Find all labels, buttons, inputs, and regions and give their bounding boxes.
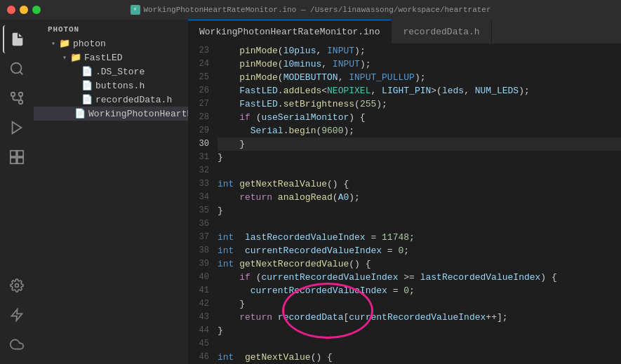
tree-item-label: recordedData.h (95, 95, 172, 105)
code-line: FastLED.addLeds<NEOPIXEL, LIGHT_PIN>(led… (218, 84, 621, 97)
line-number: 37 (194, 231, 209, 244)
expand-arrow-icon: ▾ (48, 38, 59, 49)
debug-icon[interactable] (3, 114, 31, 142)
file-icon: 📄 (81, 94, 93, 105)
titlebar-filename: WorkingPhotonHeartRateMonitor.ino — /Use… (143, 6, 490, 14)
line-number: 31 (194, 151, 209, 164)
file-type-icon: ⚡ (130, 5, 140, 15)
line-number: 43 (194, 311, 209, 324)
code-line: FastLED.setBrightness(255); (218, 97, 621, 111)
svg-marker-12 (12, 309, 22, 321)
code-line: currentRecordedValueIndex = 0; (218, 284, 621, 297)
line-number: 32 (194, 164, 209, 177)
svg-rect-7 (11, 151, 16, 156)
tab-bar: WorkingPhotonHeartRateMonitor.ino record… (188, 20, 621, 44)
file-icon: 📄 (74, 108, 86, 119)
line-number: 39 (194, 257, 209, 271)
line-number: 33 (194, 177, 209, 191)
code-line: } (218, 151, 621, 164)
expand-arrow-icon: ▾ (59, 52, 70, 63)
tab-main-ino[interactable]: WorkingPhotonHeartRateMonitor.ino (188, 20, 392, 43)
svg-marker-6 (13, 122, 22, 134)
settings-icon[interactable] (3, 271, 31, 299)
line-number: 23 (194, 44, 209, 58)
line-number: 38 (194, 244, 209, 257)
line-number: 30 (194, 137, 209, 151)
line-number: 35 (194, 204, 209, 217)
sidebar-content: ▾ 📁 photon ▾ 📁 FastLED ▾ 📄 .DS_Store ▾ 📄… (34, 36, 188, 364)
titlebar: ⚡ WorkingPhotonHeartRateMonitor.ino — /U… (0, 0, 621, 20)
code-line: } (218, 204, 621, 217)
tab-recorded-data-h[interactable]: recordedData.h (392, 20, 491, 43)
line-number: 45 (194, 337, 209, 351)
code-line: return analogRead(A0); (218, 191, 621, 204)
line-number: 28 (194, 111, 209, 124)
line-number: 34 (194, 191, 209, 204)
code-line: int getNextValue() { (218, 351, 621, 364)
line-number: 42 (194, 297, 209, 311)
code-lines: pinMode(l0plus, INPUT); pinMode(l0minus,… (218, 44, 621, 364)
code-line: if (useSerialMonitor) { (218, 111, 621, 124)
sidebar-item-main-ino[interactable]: ▾ 📄 WorkingPhotonHeartRateMonitor.ino (34, 107, 188, 121)
extensions-icon[interactable] (3, 143, 31, 171)
svg-point-2 (11, 93, 15, 97)
source-control-icon[interactable] (3, 84, 31, 112)
code-line: int getNextRecordedValue() { (218, 257, 621, 271)
cloud-icon[interactable] (3, 330, 31, 358)
svg-rect-8 (18, 151, 23, 156)
code-line (218, 164, 621, 177)
tree-item-label: .DS_Store (95, 67, 145, 77)
svg-point-11 (15, 284, 19, 288)
sidebar-item-fastled[interactable]: ▾ 📁 FastLED (34, 50, 188, 65)
code-line (218, 337, 621, 351)
code-line: int getNextRealValue() { (218, 177, 621, 191)
tab-label: WorkingPhotonHeartRateMonitor.ino (199, 27, 380, 37)
code-line: if (currentRecordedValueIndex >= lastRec… (218, 271, 621, 284)
line-number: 46 (194, 351, 209, 364)
files-icon[interactable] (3, 25, 31, 53)
svg-point-3 (19, 100, 23, 105)
sidebar-header: photon (34, 20, 188, 36)
activity-bar (0, 20, 34, 364)
code-content: 23 24 25 26 27 28 29 30 31 32 33 34 35 3… (188, 44, 621, 364)
line-number: 40 (194, 271, 209, 284)
code-line: } (218, 137, 621, 151)
tree-item-label: photon (73, 39, 106, 49)
sidebar-title: photon (48, 25, 79, 34)
code-editor[interactable]: 23 24 25 26 27 28 29 30 31 32 33 34 35 3… (188, 44, 621, 364)
minimize-button[interactable] (20, 6, 28, 14)
sidebar-item-photon[interactable]: ▾ 📁 photon (34, 36, 188, 50)
close-button[interactable] (7, 6, 15, 14)
line-number: 24 (194, 58, 209, 71)
maximize-button[interactable] (32, 6, 41, 14)
svg-rect-10 (18, 158, 23, 163)
line-number: 44 (194, 324, 209, 337)
tab-label: recordedData.h (403, 27, 479, 37)
folder-icon: 📁 (70, 52, 81, 63)
tree-item-label: FastLED (84, 53, 123, 63)
traffic-lights (7, 6, 41, 14)
line-number: 29 (194, 124, 209, 137)
line-numbers: 23 24 25 26 27 28 29 30 31 32 33 34 35 3… (188, 44, 218, 364)
line-number: 36 (194, 217, 209, 231)
sidebar: photon ▾ 📁 photon ▾ 📁 FastLED ▾ 📄 .DS_St… (34, 20, 188, 364)
code-line: } (218, 324, 621, 337)
titlebar-text: ⚡ WorkingPhotonHeartRateMonitor.ino — /U… (130, 5, 490, 15)
sidebar-item-recorded-data-h[interactable]: ▾ 📄 recordedData.h (34, 93, 188, 107)
sidebar-item-ds-store[interactable]: ▾ 📄 .DS_Store (34, 65, 188, 79)
code-line: Serial.begin(9600); (218, 124, 621, 137)
sidebar-item-buttons-h[interactable]: ▾ 📄 buttons.h (34, 79, 188, 93)
search-icon[interactable] (3, 55, 31, 83)
editor-area: WorkingPhotonHeartRateMonitor.ino record… (188, 20, 621, 364)
svg-point-0 (11, 63, 22, 74)
code-line: int currentRecordedValueIndex = 0; (218, 244, 621, 257)
line-number: 27 (194, 97, 209, 111)
code-line: } (218, 297, 621, 311)
main-layout: photon ▾ 📁 photon ▾ 📁 FastLED ▾ 📄 .DS_St… (0, 20, 621, 364)
svg-line-1 (20, 72, 22, 74)
lightning-icon[interactable] (3, 301, 31, 329)
code-line: pinMode(MODEBUTTON, INPUT_PULLUP); (218, 71, 621, 84)
code-line: return recordedData[currentRecordedValue… (218, 311, 621, 324)
line-number: 25 (194, 71, 209, 84)
line-number: 41 (194, 284, 209, 297)
